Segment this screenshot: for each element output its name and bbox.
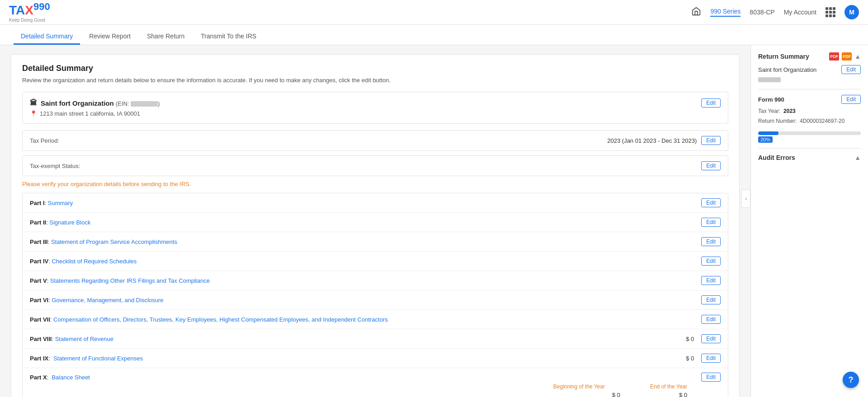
progress-label: 20% <box>758 136 773 143</box>
part9-edit-button[interactable]: Edit <box>701 354 721 363</box>
table-row: Part VII: Compensation of Officers, Dire… <box>23 310 728 329</box>
tax-exempt-label: Tax-exempt Status: <box>30 163 80 169</box>
avatar[interactable]: M <box>844 5 859 19</box>
tabs-bar: Detailed Summary Review Report Share Ret… <box>0 25 868 45</box>
table-row: Part V: Statements Regarding Other IRS F… <box>23 271 728 290</box>
end-of-year-amount: $ 0 <box>679 392 687 397</box>
return-number-value: 4D0000324697-20 <box>800 118 844 124</box>
nav-my-account[interactable]: My Account <box>784 9 816 16</box>
part2-edit-button[interactable]: Edit <box>701 218 721 227</box>
org-name-row: 🏛 Saint fort Organization (EIN: ) Edit <box>30 98 721 107</box>
part10-edit-button[interactable]: Edit <box>701 373 721 382</box>
part4-edit-button[interactable]: Edit <box>701 257 721 266</box>
org-address: 📍 1213 main street 1 california, IA 9000… <box>30 110 721 117</box>
beginning-of-year-amount: $ 0 <box>612 392 620 397</box>
part8-edit-button[interactable]: Edit <box>701 334 721 343</box>
part7-edit-button[interactable]: Edit <box>701 315 721 324</box>
tax-year-label: Tax Year: <box>758 108 780 114</box>
sidebar-right: Return Summary PDF PDF ▲ Saint fort Orga… <box>750 45 868 397</box>
sidebar-org-edit-button[interactable]: Edit <box>841 65 861 74</box>
table-row: Part III: Statement of Program Service A… <box>23 232 728 252</box>
tax-year-value: 2023 <box>783 108 796 114</box>
header-right: 990 Series 8038-CP My Account M <box>691 5 859 19</box>
return-summary-label: Return Summary <box>758 53 809 60</box>
table-row: Part I: Summary Edit <box>23 193 728 213</box>
location-icon: 📍 <box>30 110 37 117</box>
org-section: 🏛 Saint fort Organization (EIN: ) Edit 📍… <box>22 92 728 124</box>
tax-exempt-edit-button[interactable]: Edit <box>701 161 721 170</box>
part10-label: Part X: Balance Sheet <box>30 374 701 381</box>
part8-amount: $ 0 <box>667 336 694 342</box>
audit-errors-header: Audit Errors ▲ <box>758 154 861 161</box>
nav-990-series[interactable]: 990 Series <box>710 8 741 17</box>
part6-edit-button[interactable]: Edit <box>701 295 721 304</box>
pdf-orange-icon[interactable]: PDF <box>842 52 852 61</box>
header: TAX990 Keep Doing Good 990 Series 8038-C… <box>0 0 868 25</box>
nav-8038[interactable]: 8038-CP <box>750 9 774 16</box>
logo-subtitle: Keep Doing Good <box>9 18 50 23</box>
beginning-of-year-header: Beginning of the Year <box>553 383 605 390</box>
tax-period-value: 2023 (Jan 01 2023 - Dec 31 2023) Edit <box>607 136 721 145</box>
main-card: Detailed Summary Review the organization… <box>11 54 740 397</box>
part2-label: Part II: Signature Block <box>30 219 701 226</box>
part4-label: Part IV: Checklist of Required Schedules <box>30 258 701 265</box>
sidebar-divider-2 <box>758 148 861 149</box>
logo-area: TAX990 Keep Doing Good <box>9 2 50 22</box>
part8-label: Part VIII: Statement of Revenue <box>30 336 667 342</box>
part7-label: Part VII: Compensation of Officers, Dire… <box>30 316 701 323</box>
tab-detailed-summary[interactable]: Detailed Summary <box>14 29 80 45</box>
parts-container: Part I: Summary Edit Part II: Signature … <box>22 193 728 397</box>
part3-label: Part III: Statement of Program Service A… <box>30 238 701 245</box>
grid-icon[interactable] <box>826 7 835 17</box>
tax-period-label: Tax Period: <box>30 137 59 144</box>
tab-transmit-irs[interactable]: Transmit To the IRS <box>193 29 264 45</box>
return-summary-collapse-icon[interactable]: ▲ <box>854 53 861 60</box>
table-row: Part VI: Governance, Management, and Dis… <box>23 290 728 310</box>
sidebar-org-name-row: Saint fort Organization Edit <box>758 65 861 74</box>
part1-edit-button[interactable]: Edit <box>701 198 721 207</box>
tax-period-edit-button[interactable]: Edit <box>701 136 721 145</box>
part3-edit-button[interactable]: Edit <box>701 237 721 246</box>
part5-label: Part V: Statements Regarding Other IRS F… <box>30 277 701 284</box>
form-label-row: Form 990 Edit <box>758 95 861 104</box>
tab-review-report[interactable]: Review Report <box>82 29 138 45</box>
content-area: Detailed Summary Review the organization… <box>0 45 750 397</box>
part1-label: Part I: Summary <box>30 200 701 206</box>
part5-edit-button[interactable]: Edit <box>701 276 721 285</box>
audit-errors-collapse-icon[interactable]: ▲ <box>854 154 861 161</box>
tax-period-row: Tax Period: 2023 (Jan 01 2023 - Dec 31 2… <box>22 130 728 151</box>
building-icon: 🏛 <box>30 99 37 107</box>
form-edit-button[interactable]: Edit <box>841 95 861 104</box>
org-name-text: Saint fort Organization (EIN: ) <box>41 99 160 107</box>
sidebar-toggle-chevron[interactable]: › <box>741 190 750 208</box>
page-description: Review the organization and return detai… <box>22 77 728 84</box>
main-layout: Detailed Summary Review the organization… <box>0 45 868 397</box>
part9-amount: $ 0 <box>667 355 694 362</box>
progress-container: 20% <box>758 131 861 143</box>
org-edit-button[interactable]: Edit <box>701 98 721 107</box>
table-row: Part II: Signature Block Edit <box>23 213 728 232</box>
home-icon[interactable] <box>691 6 701 19</box>
org-ein: (EIN: ) <box>116 100 160 107</box>
tab-share-return[interactable]: Share Return <box>140 29 192 45</box>
help-button[interactable]: ? <box>843 372 859 388</box>
table-row: Part IX: Statement of Functional Expense… <box>23 349 728 368</box>
end-of-year-header: End of the Year <box>650 383 687 390</box>
return-summary-header: Return Summary PDF PDF ▲ <box>758 52 861 61</box>
table-row: Part IV: Checklist of Required Schedules… <box>23 252 728 271</box>
pdf-red-icon[interactable]: PDF <box>829 52 839 61</box>
progress-bar-bg <box>758 131 861 135</box>
audit-errors-label: Audit Errors <box>758 154 795 161</box>
table-row: Part VIII: Statement of Revenue $ 0 Edit <box>23 329 728 349</box>
sidebar-org-blur <box>758 77 781 82</box>
return-number-label: Return Number: <box>758 118 797 124</box>
page-title: Detailed Summary <box>22 64 728 73</box>
part6-label: Part VI: Governance, Management, and Dis… <box>30 297 701 304</box>
part9-label: Part IX: Statement of Functional Expense… <box>30 355 667 362</box>
sidebar-meta: Tax Year: 2023 Return Number: 4D00003246… <box>758 107 861 126</box>
sidebar-divider-1 <box>758 89 861 89</box>
tax-exempt-row: Tax-exempt Status: Edit <box>22 155 728 176</box>
logo-text: TAX990 <box>9 2 50 17</box>
verify-notice: Please verify your organization details … <box>22 181 728 187</box>
table-row: Part X: Balance Sheet Edit Beginning of … <box>23 368 728 397</box>
